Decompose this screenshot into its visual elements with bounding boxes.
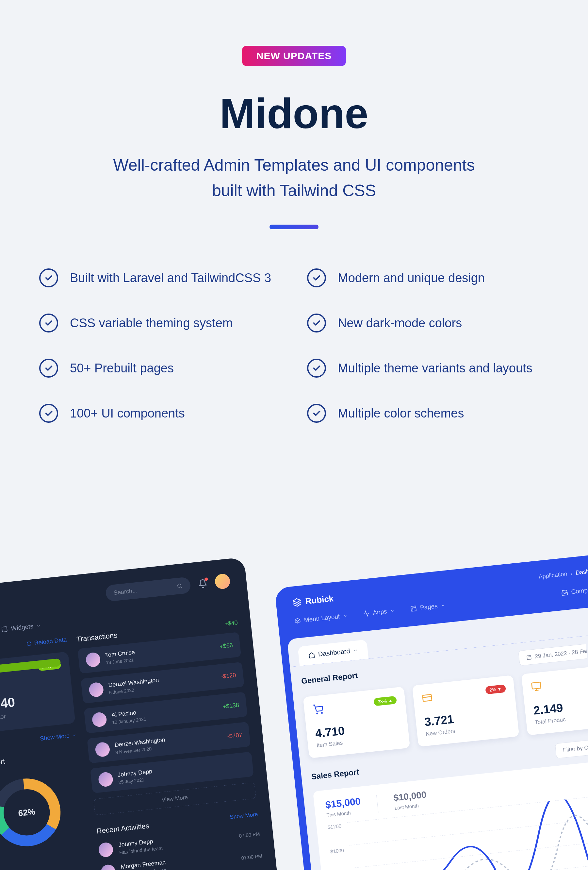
avatar: [92, 712, 107, 727]
svg-point-12: [316, 713, 318, 714]
chevron-down-icon: [343, 613, 347, 618]
general-report-title: General Report: [301, 671, 358, 686]
features-list: Built with Laravel and TailwindCSS 3Mode…: [39, 268, 549, 423]
dark-dashboard-preview: Search... Forms Widgets: [0, 557, 284, 870]
feature-text: Built with Laravel and TailwindCSS 3: [70, 271, 271, 285]
avatar[interactable]: [214, 573, 231, 590]
feature-item: Modern and unique design: [307, 268, 549, 288]
feature-item: New dark-mode colors: [307, 314, 549, 332]
page-title: Midone: [0, 89, 588, 138]
feature-text: Multiple color schemes: [338, 407, 464, 420]
search-icon: [177, 582, 183, 589]
check-icon: [39, 314, 58, 332]
stat-badge: 33% ▲: [373, 696, 397, 706]
nav-apps[interactable]: Apps: [363, 607, 395, 618]
this-month-value: $15,000: [325, 796, 361, 810]
feature-item: 100+ UI components: [39, 404, 281, 423]
check-icon: [39, 268, 58, 288]
feature-text: 50+ Prebuilt pages: [70, 361, 174, 375]
stat-value: 2.149: [533, 696, 588, 718]
nav-components[interactable]: Components: [561, 585, 588, 597]
chevron-down-icon: [353, 648, 358, 653]
feature-item: Multiple color schemes: [307, 404, 549, 423]
svg-point-13: [321, 712, 322, 714]
light-dashboard-preview: Rubick Application › Dashboard Menu Layo…: [275, 552, 588, 870]
show-more-link[interactable]: Show More: [0, 732, 77, 751]
svg-point-0: [177, 584, 181, 588]
date-range-picker[interactable]: 29 Jan, 2022 - 28 Feb, 2022: [518, 641, 588, 666]
check-icon: [39, 359, 58, 378]
check-icon: [307, 404, 326, 423]
stat-icon: [422, 692, 433, 703]
feature-text: 100+ UI components: [70, 407, 185, 420]
donut-chart: 62%: [0, 771, 68, 854]
filter-category[interactable]: Filter by Category: [555, 737, 588, 758]
svg-rect-14: [422, 694, 432, 701]
avatar: [98, 772, 113, 787]
avatar: [98, 842, 114, 858]
this-month-label: This Month: [326, 809, 362, 818]
notifications-icon[interactable]: [197, 578, 208, 588]
breadcrumb[interactable]: Application › Dashboard: [538, 567, 588, 580]
svg-rect-2: [1, 627, 7, 632]
chevron-down-icon: [390, 608, 395, 613]
chevron-down-icon: [441, 603, 445, 608]
feature-text: Modern and unique design: [338, 271, 485, 285]
stat-card[interactable]: 33% ▲ 4.710 Item Sales: [303, 687, 410, 758]
chevron-down-icon: [36, 623, 41, 628]
calendar-icon: [526, 654, 532, 660]
last-month-label: Last Month: [394, 801, 428, 810]
donut-percent: 62%: [0, 771, 68, 854]
activity-time: 07:00 PM: [241, 853, 263, 861]
check-icon: [307, 359, 326, 378]
stat-icon: [312, 703, 324, 715]
transaction-amount: -$120: [221, 672, 236, 680]
feature-item: Multiple theme variants and layouts: [307, 359, 549, 378]
svg-rect-11: [527, 655, 531, 660]
inbox-icon: [561, 589, 569, 596]
transactions-title: Transactions: [76, 631, 117, 644]
avatar: [89, 682, 104, 697]
feature-item: Built with Laravel and TailwindCSS 3: [39, 268, 281, 288]
check-icon: [307, 314, 326, 332]
layout-icon: [410, 605, 417, 612]
transaction-amount: +$66: [219, 642, 233, 650]
new-updates-badge: NEW UPDATES: [242, 46, 346, 66]
svg-rect-9: [411, 606, 416, 611]
search-input[interactable]: Search...: [105, 577, 192, 602]
title-underline: [269, 225, 319, 229]
check-icon: [307, 268, 326, 288]
stat-icon: [530, 681, 542, 692]
box-icon: [294, 617, 301, 624]
layers-icon: [292, 597, 302, 608]
nav-widgets[interactable]: Widgets: [1, 622, 42, 633]
nav-menu-layout[interactable]: Menu Layout: [294, 612, 348, 625]
feature-item: 50+ Prebuilt pages: [39, 359, 281, 378]
y-tick: $1200: [328, 823, 342, 830]
avatar: [100, 864, 116, 870]
page-subtitle: Well-crafted Admin Templates and UI comp…: [0, 153, 588, 203]
activity-icon: [363, 610, 370, 617]
feature-text: New dark-mode colors: [338, 316, 462, 330]
sales-report-title: Sales Report: [311, 767, 360, 781]
activity-time: 07:00 PM: [239, 831, 260, 839]
recent-activities-title: Recent Activities: [97, 822, 150, 836]
preview-area: Search... Forms Widgets: [0, 504, 588, 870]
feature-text: CSS variable theming system: [70, 316, 233, 330]
transaction-amount: -$707: [227, 731, 243, 740]
avatar: [95, 742, 110, 757]
nav-pages[interactable]: Pages: [410, 602, 446, 612]
avatar: [85, 652, 101, 667]
feature-text: Multiple theme variants and layouts: [338, 361, 533, 375]
brand-logo[interactable]: Rubick: [292, 593, 334, 608]
stat-badge: 2% ▼: [485, 684, 506, 694]
sales-report-title: Sales Report: [0, 749, 79, 770]
last-month-value: $10,000: [393, 790, 427, 803]
show-more-link[interactable]: Show More: [230, 811, 258, 821]
stat-card[interactable]: 2% ▼ 3.721 New Orders: [412, 675, 520, 747]
feature-item: CSS variable theming system: [39, 314, 281, 332]
stat-card[interactable]: 2.149 Total Produc: [521, 664, 588, 735]
y-tick: $1000: [330, 848, 344, 854]
svg-rect-15: [532, 682, 540, 689]
home-icon: [308, 651, 315, 658]
